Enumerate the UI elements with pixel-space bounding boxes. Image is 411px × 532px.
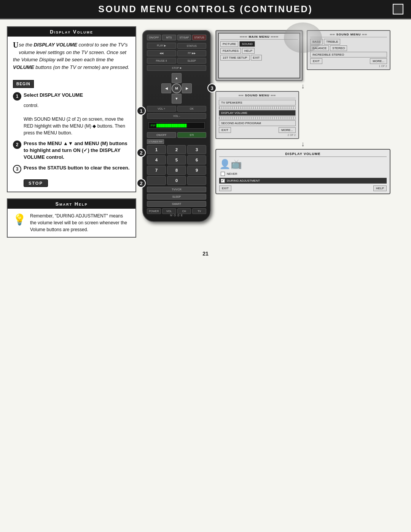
- remote-btn-onoff2[interactable]: ON/OFF: [147, 132, 176, 138]
- main-menu-1st-time[interactable]: 1ST TIME SETUP: [220, 55, 250, 61]
- sound-second-audio[interactable]: SECOND AUDIO PROGRAM: [219, 120, 296, 126]
- step-2-circle: 2: [13, 141, 21, 149]
- remote-transport-row: ◀◀ FF ▶▶: [147, 50, 206, 56]
- step-badge-2-top-on-remote: 2: [137, 148, 146, 157]
- main-menu-exit[interactable]: EXIT: [251, 55, 262, 61]
- stop-badge: STOP: [24, 179, 48, 187]
- remote-num-4[interactable]: 4: [147, 155, 166, 165]
- remote-num-6[interactable]: 6: [187, 155, 206, 165]
- sound-more-2[interactable]: MORE...: [279, 127, 296, 133]
- remote-num-0-left[interactable]: [147, 176, 166, 185]
- remote-btn-stsap[interactable]: ST/SAP: [177, 35, 191, 40]
- remote-top-buttons: ON/OFF MTS ST/SAP STATUS: [147, 35, 206, 40]
- sound-menu-2-title: ══ SOUND MENU ══: [219, 94, 296, 98]
- remote-num-9[interactable]: 9: [187, 166, 206, 175]
- display-vol-help[interactable]: HELP: [373, 185, 387, 191]
- deco-figure-icon: 👤📺: [219, 159, 242, 169]
- step-1-circle: 1: [13, 92, 21, 101]
- step-badge-2-bottom-on-remote: 2: [137, 179, 146, 188]
- never-checkbox[interactable]: [221, 172, 225, 176]
- remote-btn-ff[interactable]: FF ▶▶: [177, 50, 207, 56]
- dpad-empty-br: [182, 94, 192, 104]
- display-volume-tick: [219, 117, 296, 120]
- sound-stereo[interactable]: STEREO: [330, 45, 347, 51]
- remote-btn-rew[interactable]: ◀◀: [147, 50, 176, 56]
- sound-display-volume[interactable]: DISPLAY VOLUME: [219, 110, 296, 116]
- during-adjustment-row: DURING ADJUSTMENT: [219, 178, 387, 184]
- remote-dpad-down[interactable]: ▼: [172, 94, 182, 104]
- section-body: Use the DISPLAY VOLUME control to see th…: [8, 37, 135, 192]
- display-volume-section: Display Volume Use the DISPLAY VOLUME co…: [7, 26, 136, 192]
- remote-dpad-left[interactable]: ◀: [161, 83, 171, 93]
- remote-btn-power[interactable]: POWER: [147, 208, 161, 214]
- top-screens-pair: ═══ MAIN MENU ═══ PICTURE SOUND FEATURES…: [215, 30, 390, 81]
- header-box-decoration: [393, 4, 403, 14]
- remote-dpad-right[interactable]: ▶: [182, 83, 192, 93]
- smart-help-body: 💡 Remember, "DURING ADJUSTMENT" means th…: [8, 209, 135, 237]
- sound-exit-2[interactable]: EXIT: [219, 127, 231, 133]
- display-vol-screen: DISPLAY VOLUME 👤📺 NEVER DURING AD: [215, 149, 390, 194]
- remote-btn-sleep[interactable]: SLEEP: [177, 58, 207, 64]
- remote-btn-pause[interactable]: PAUSE II: [147, 58, 176, 64]
- main-menu-help[interactable]: HELP: [242, 48, 255, 54]
- remote-btn-vol-up[interactable]: VOL +: [147, 106, 176, 112]
- remote-num-1[interactable]: 1: [147, 145, 166, 154]
- remote-numpad: 1 2 3 4 5 6 7 8 9 0: [147, 145, 206, 185]
- sound-tv-speakers[interactable]: TV SPEAKERS: [219, 100, 296, 105]
- display-vol-deco-row: 👤📺: [219, 159, 387, 169]
- remote-num-5[interactable]: 5: [167, 155, 186, 165]
- display-vol-screen-title: DISPLAY VOLUME: [219, 152, 387, 157]
- remote-num-0-right[interactable]: [187, 176, 206, 185]
- remote-num-2[interactable]: 2: [167, 145, 186, 154]
- remote-btn-ch-bot[interactable]: CH: [177, 208, 191, 214]
- remote-num-7[interactable]: 7: [147, 166, 166, 175]
- remote-btn-mts[interactable]: MTS: [162, 35, 176, 40]
- never-option-row: NEVER: [219, 171, 387, 177]
- remote-special-row: ON/OFF STI: [147, 132, 206, 138]
- center-area: 1 2 2 ON/OFF MTS ST/SAP STATUS PLAY ▶ ST…: [142, 26, 404, 226]
- step-badge-1-on-remote: 1: [137, 106, 146, 115]
- remote-btn-sleep2[interactable]: SLEEP: [147, 194, 206, 200]
- remote-dpad-wrap: ▲ ◀ M ▶ ▼: [147, 73, 206, 104]
- remote-btn-ok[interactable]: OK: [177, 106, 207, 112]
- remote-btn-tuner[interactable]: 3 TUNER PIP: [147, 139, 164, 144]
- remote-btn-stop[interactable]: STOP ■: [147, 65, 206, 71]
- remote-btn-vol-bot[interactable]: VOL: [162, 208, 176, 214]
- remote-btn-tv-bot[interactable]: TV: [192, 208, 206, 214]
- step-1: 1 Select DISPLAY VOLUME control. With SO…: [13, 92, 130, 136]
- sound-exit-1[interactable]: EXIT: [310, 58, 322, 64]
- remote-num-0[interactable]: 0: [167, 176, 186, 185]
- remote-wrap: 1 2 2 ON/OFF MTS ST/SAP STATUS PLAY ▶ ST…: [142, 30, 211, 222]
- sound-more-1[interactable]: MORE...: [370, 58, 387, 64]
- remote-btn-mts2[interactable]: STI: [177, 132, 207, 138]
- sound-incredible[interactable]: INCREDIBLE STEREO: [310, 52, 387, 58]
- remote-btn-play[interactable]: PLAY ▶: [147, 43, 176, 49]
- step-2-title: Press the MENU ▲▼ and MENU (M) buttons t…: [24, 140, 130, 161]
- remote-btn-tvcr[interactable]: TV/VCR: [147, 187, 206, 192]
- remote-dpad-center-m[interactable]: M: [172, 83, 182, 93]
- remote-btn-vol-down[interactable]: VOL -: [147, 113, 206, 119]
- display-vol-exit[interactable]: EXIT: [219, 185, 231, 191]
- during-adjustment-checkbox[interactable]: [221, 179, 225, 183]
- step-badge-3-on-remote: 3: [207, 83, 217, 93]
- sound-menu-2-bottom: EXIT MORE...: [219, 127, 296, 133]
- remote-num-8[interactable]: 8: [167, 166, 186, 175]
- remote-num-3[interactable]: 3: [187, 145, 206, 154]
- remote-stop-row: STOP ■: [147, 65, 206, 71]
- step-2-header: 2 Press the MENU ▲▼ and MENU (M) buttons…: [13, 140, 130, 161]
- remote-btn-on-off[interactable]: ON/OFF: [147, 35, 161, 40]
- flow-arrow-2: ↓: [215, 141, 390, 147]
- right-screens-wrapper: ═══ MAIN MENU ═══ PICTURE SOUND FEATURES…: [215, 30, 390, 194]
- main-menu-features[interactable]: FEATURES: [220, 48, 241, 54]
- main-menu-sound[interactable]: SOUND: [239, 41, 255, 47]
- flow-arrow-1: ↓: [215, 83, 390, 89]
- remote-play-row: PLAY ▶ STATUS: [147, 43, 206, 49]
- remote-btn-status[interactable]: STATUS: [192, 35, 206, 40]
- remote-btn-status2[interactable]: STATUS: [177, 43, 207, 49]
- sound-page-2: 2 OF 2: [219, 134, 296, 136]
- right-column: 1 2 2 ON/OFF MTS ST/SAP STATUS PLAY ▶ ST…: [142, 26, 404, 238]
- remote-btn-smart[interactable]: SMART: [147, 201, 206, 207]
- sound-treble[interactable]: TREBLE: [324, 39, 340, 45]
- remote-dpad-up[interactable]: ▲: [172, 73, 182, 83]
- main-menu-picture[interactable]: PICTURE: [220, 41, 238, 47]
